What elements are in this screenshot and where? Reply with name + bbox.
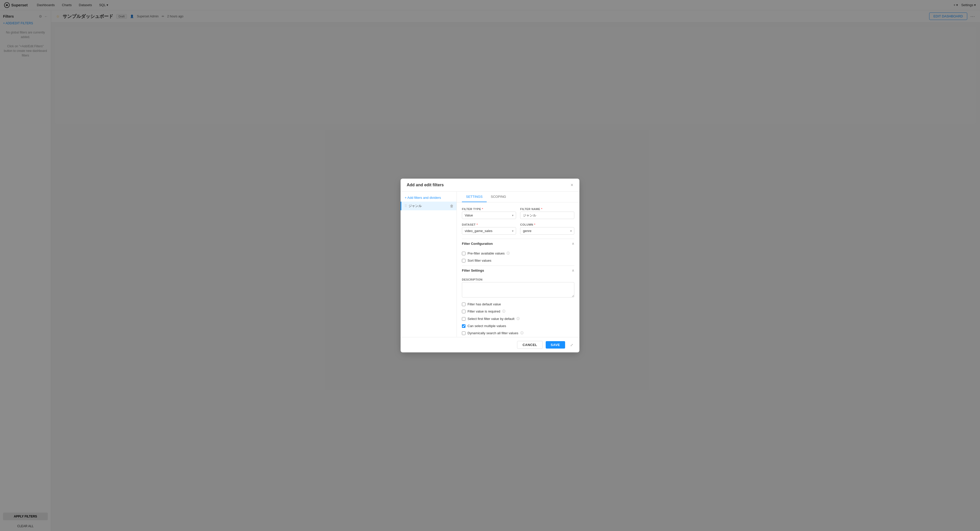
filter-item-name: ジャンル <box>409 204 450 208</box>
select-first-label: Select first filter value by default <box>468 317 514 321</box>
pre-filter-label: Pre-filter available values <box>468 252 504 255</box>
default-value-checkbox[interactable] <box>462 303 466 306</box>
tab-content: FILTER TYPE * Value FILTER NA <box>457 203 579 337</box>
tab-settings[interactable]: SETTINGS <box>462 191 487 202</box>
sort-filter-checkbox[interactable] <box>462 259 466 262</box>
tab-scoping[interactable]: SCOPING <box>487 191 510 202</box>
cancel-button[interactable]: CANCEL <box>517 341 542 349</box>
column-label: COLUMN * <box>520 223 574 226</box>
default-value-row: Filter has default value <box>462 302 574 306</box>
dataset-label: DATASET * <box>462 223 516 226</box>
settings-panel: SETTINGS SCOPING FILTER TYPE * <box>457 191 579 337</box>
required-label: Filter value is required <box>468 309 500 313</box>
required-info-icon[interactable]: ⓘ <box>502 309 505 314</box>
filter-settings-section-header: Filter Settings ∧ <box>462 266 574 275</box>
dynamic-search-info-icon[interactable]: ⓘ <box>520 331 523 335</box>
tabs-bar: SETTINGS SCOPING <box>457 191 579 203</box>
save-button[interactable]: SAVE <box>546 341 565 349</box>
filter-name-group: FILTER NAME * <box>520 207 574 219</box>
modal-footer: CANCEL SAVE ⤢ <box>401 337 579 352</box>
required-checkbox[interactable] <box>462 310 466 313</box>
required-marker: * <box>541 207 542 210</box>
dataset-group: DATASET * video_game_sales <box>462 223 516 234</box>
filter-list-item[interactable]: ⠿ ジャンル 🗑 <box>401 202 457 210</box>
filter-list-panel: + Add filters and dividers ⠿ ジャンル 🗑 <box>401 191 457 337</box>
filter-config-title: Filter Configuration <box>462 242 493 246</box>
dataset-column-row: DATASET * video_game_sales CO <box>462 223 574 234</box>
modal-title: Add and edit filters <box>407 183 444 187</box>
pre-filter-info-icon[interactable]: ⓘ <box>507 251 510 255</box>
dynamic-search-row: Dynamically search all filter values ⓘ <box>462 331 574 335</box>
close-button[interactable]: × <box>571 183 573 187</box>
required-marker: * <box>534 223 536 226</box>
filter-name-input[interactable] <box>520 212 574 219</box>
required-marker: * <box>476 223 478 226</box>
delete-filter-icon[interactable]: 🗑 <box>450 204 453 208</box>
filter-type-select-wrapper: Value <box>462 212 516 219</box>
filter-type-group: FILTER TYPE * Value <box>462 207 516 219</box>
modal-header: Add and edit filters × <box>401 179 579 191</box>
drag-handle-icon: ⠿ <box>404 204 407 208</box>
column-select[interactable]: genre <box>520 227 574 234</box>
dynamic-search-checkbox[interactable] <box>462 332 466 335</box>
column-select-wrapper: genre <box>520 227 574 234</box>
add-filter-link[interactable]: + Add filters and dividers <box>401 195 457 202</box>
multiple-values-label: Can select multiple values <box>468 324 506 328</box>
filter-type-select[interactable]: Value <box>462 212 516 219</box>
description-group: DESCRIPTION <box>462 278 574 298</box>
filter-modal: Add and edit filters × + Add filters and… <box>401 179 579 352</box>
filter-type-name-row: FILTER TYPE * Value FILTER NA <box>462 207 574 219</box>
pre-filter-row: Pre-filter available values ⓘ <box>462 251 574 255</box>
collapse-config-icon[interactable]: ∧ <box>572 241 574 246</box>
description-textarea[interactable] <box>462 282 574 297</box>
default-value-label: Filter has default value <box>468 302 501 306</box>
dataset-select[interactable]: video_game_sales <box>462 227 516 234</box>
sort-filter-label: Sort filter values <box>468 258 491 262</box>
filter-type-label: FILTER TYPE * <box>462 207 516 210</box>
multiple-values-row: Can select multiple values <box>462 324 574 328</box>
pre-filter-checkbox[interactable] <box>462 252 466 255</box>
select-first-checkbox[interactable] <box>462 317 466 321</box>
collapse-settings-icon[interactable]: ∧ <box>572 268 574 273</box>
column-group: COLUMN * genre <box>520 223 574 234</box>
expand-icon[interactable]: ⤢ <box>570 343 573 347</box>
required-marker: * <box>482 207 484 210</box>
select-first-row: Select first filter value by default ⓘ <box>462 317 574 321</box>
filter-name-label: FILTER NAME * <box>520 207 574 210</box>
filter-settings-title: Filter Settings <box>462 269 484 273</box>
modal-body: + Add filters and dividers ⠿ ジャンル 🗑 SETT… <box>401 191 579 337</box>
required-row: Filter value is required ⓘ <box>462 309 574 314</box>
select-first-info-icon[interactable]: ⓘ <box>517 317 520 321</box>
dynamic-search-label: Dynamically search all filter values <box>468 331 519 335</box>
filter-config-section-header: Filter Configuration ∧ <box>462 239 574 248</box>
dataset-select-wrapper: video_game_sales <box>462 227 516 234</box>
description-label: DESCRIPTION <box>462 278 574 281</box>
multiple-values-checkbox[interactable] <box>462 324 466 328</box>
sort-filter-row: Sort filter values <box>462 258 574 262</box>
modal-overlay: Add and edit filters × + Add filters and… <box>0 0 980 531</box>
